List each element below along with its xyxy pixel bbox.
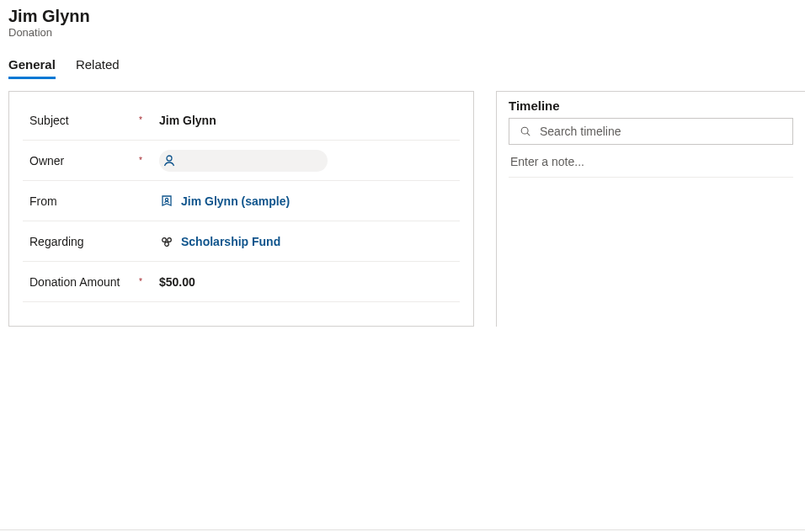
svg-line-6 [527,133,530,136]
field-from-value[interactable]: Jim Glynn (sample) [181,194,290,208]
tabs-bar: General Related [0,42,805,79]
search-icon [518,124,533,139]
field-donation-amount[interactable]: Donation Amount * $50.00 [23,262,460,302]
svg-point-3 [168,237,172,242]
field-owner[interactable]: Owner * [23,141,460,181]
field-donation-amount-value: $50.00 [159,275,195,289]
contact-badge-icon [159,194,174,209]
timeline-panel: Timeline Search timeline Enter a note... [496,91,805,327]
tab-general[interactable]: General [8,57,56,79]
record-entity-type: Donation [8,26,797,39]
field-subject[interactable]: Subject * Jim Glynn [23,100,460,141]
timeline-note-input[interactable]: Enter a note... [509,146,793,178]
svg-point-0 [167,156,172,161]
svg-point-4 [165,242,169,246]
field-owner-label: Owner [29,154,64,168]
tab-related[interactable]: Related [76,57,120,79]
field-from-label: From [29,194,57,208]
required-icon: * [139,116,142,125]
timeline-search-placeholder: Search timeline [540,125,621,138]
required-icon: * [139,278,142,286]
record-title: Jim Glynn [8,7,797,26]
svg-point-2 [163,237,167,242]
svg-point-5 [521,127,528,134]
required-icon: * [139,157,142,165]
field-regarding[interactable]: Regarding Scholarship Fund [23,221,460,262]
timeline-search-input[interactable]: Search timeline [509,118,793,145]
form-card: Subject * Jim Glynn Owner * [8,91,474,327]
field-subject-label: Subject [29,114,69,127]
field-regarding-label: Regarding [29,235,84,248]
field-subject-value: Jim Glynn [159,114,216,127]
footer-divider [0,529,805,530]
owner-lookup-pill[interactable] [159,150,328,172]
field-from[interactable]: From Jim Glynn (sample) [23,181,460,221]
entity-icon [159,234,174,249]
timeline-title: Timeline [509,98,793,113]
svg-point-1 [165,198,168,200]
person-icon [162,153,177,168]
field-donation-amount-label: Donation Amount [29,275,120,289]
field-regarding-value[interactable]: Scholarship Fund [181,235,280,248]
